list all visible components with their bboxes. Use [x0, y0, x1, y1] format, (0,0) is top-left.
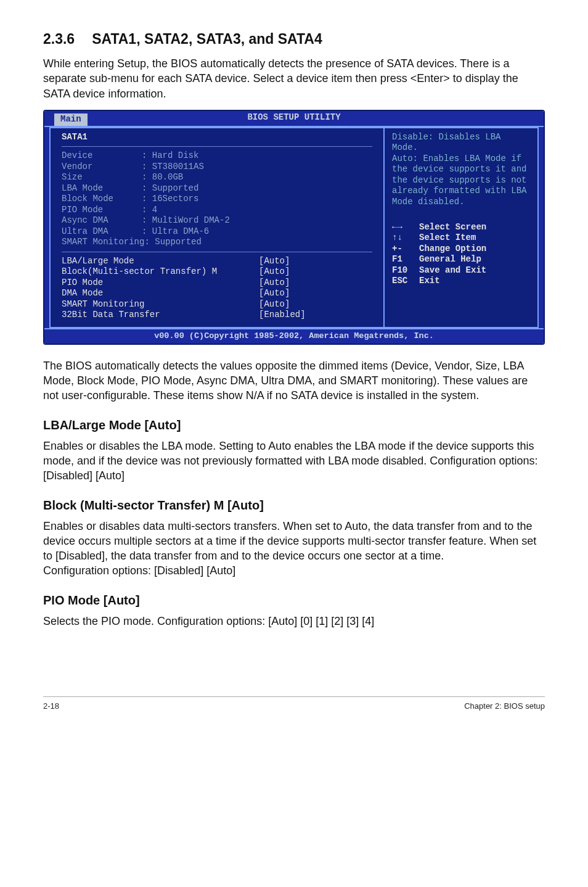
block-heading: Block (Multi-sector Transfer) M [Auto] — [43, 497, 545, 514]
bios-screenshot: Main BIOS SETUP UTILITY SATA1 Device: Ha… — [43, 110, 545, 345]
bios-nav-label: Select Item — [419, 233, 476, 242]
block-paragraph-1: Enables or disables data multi-sectors t… — [43, 519, 545, 564]
lba-paragraph: Enables or disables the LBA mode. Settin… — [43, 439, 545, 484]
bios-nav-key: ↑↓ — [392, 233, 419, 244]
bios-opt-val: [Auto] — [259, 288, 290, 298]
bios-info-val: : Hard Disk — [142, 151, 198, 160]
bios-nav-key: ←→ — [392, 222, 419, 233]
bios-info-key: LBA Mode — [62, 183, 142, 194]
bios-opt-val: [Auto] — [259, 256, 290, 266]
pio-heading: PIO Mode [Auto] — [43, 592, 545, 609]
bios-info-key: Vendor — [62, 162, 142, 173]
block-paragraph-2: Configuration options: [Disabled] [Auto] — [43, 563, 545, 578]
bios-opt-key: PIO Mode — [62, 278, 259, 289]
bios-title-text: BIOS SETUP UTILITY — [247, 112, 340, 122]
bios-nav-label: Save and Exit — [419, 265, 486, 275]
bios-nav-key: F1 — [392, 254, 419, 265]
bios-opt-val: [Enabled] — [259, 310, 306, 320]
bios-info-val: : Supported — [142, 183, 198, 193]
bios-info-key: PIO Mode — [62, 205, 142, 216]
bios-info-val: : 80.0GB — [142, 172, 183, 182]
bios-info-val: : ST380011AS — [142, 162, 204, 171]
bios-opt-key: Block(Multi-sector Transfer) M — [62, 266, 259, 278]
post-bios-paragraph: The BIOS automatically detects the value… — [43, 358, 545, 403]
lba-heading: LBA/Large Mode [Auto] — [43, 417, 545, 434]
bios-section-title: SATA1 — [62, 132, 372, 143]
intro-paragraph: While entering Setup, the BIOS automatic… — [43, 56, 545, 101]
section-heading: 2.3.6SATA1, SATA2, SATA3, and SATA4 — [43, 30, 545, 49]
bios-opt-key: SMART Monitoring — [62, 299, 259, 310]
bios-info-val: : 16Sectors — [142, 194, 198, 204]
bios-info-val: : MultiWord DMA-2 — [142, 215, 230, 225]
bios-info-val: : 4 — [142, 205, 157, 215]
bios-nav-label: Change Option — [419, 244, 486, 254]
bios-titlebar: Main BIOS SETUP UTILITY — [44, 111, 544, 126]
section-number: 2.3.6 — [43, 30, 75, 49]
bios-opt-key: 32Bit Data Transfer — [62, 310, 259, 321]
bios-info-key: Async DMA — [62, 215, 142, 226]
bios-nav-label: General Help — [419, 254, 481, 264]
bios-opt-val: [Auto] — [259, 299, 290, 309]
bios-nav-label: Exit — [419, 276, 440, 286]
bios-opt-key: DMA Mode — [62, 288, 259, 299]
bios-help-panel: Disable: Disables LBA Mode. Auto: Enable… — [385, 127, 539, 328]
bios-info-key: Device — [62, 151, 142, 162]
bios-nav-label: Select Screen — [419, 222, 486, 232]
bios-nav-key: +- — [392, 244, 419, 255]
bios-info-val: : Ultra DMA-6 — [142, 226, 209, 236]
bios-info-key: Block Mode — [62, 194, 142, 205]
bios-help-text: Disable: Disables LBA Mode. Auto: Enable… — [392, 132, 530, 212]
bios-info-line: SMART Monitoring: Supported — [62, 237, 202, 247]
bios-opt-val: [Auto] — [259, 278, 290, 287]
bios-info-key: Size — [62, 172, 142, 183]
section-title: SATA1, SATA2, SATA3, and SATA4 — [92, 31, 322, 47]
bios-nav-key: ESC — [392, 276, 419, 287]
bios-footer: v00.00 (C)Copyright 1985-2002, American … — [44, 328, 544, 344]
pio-paragraph: Selects the PIO mode. Configuration opti… — [43, 614, 545, 629]
bios-main-panel: SATA1 Device: Hard Disk Vendor: ST380011… — [49, 127, 385, 328]
bios-tab-main: Main — [54, 113, 88, 126]
bios-nav-key: F10 — [392, 265, 419, 276]
bios-opt-key: LBA/Large Mode — [62, 256, 259, 267]
page-number: 2-18 — [43, 701, 59, 712]
chapter-label: Chapter 2: BIOS setup — [464, 701, 545, 712]
bios-opt-val: [Auto] — [259, 266, 290, 276]
bios-info-key: Ultra DMA — [62, 226, 142, 237]
page-footer: 2-18 Chapter 2: BIOS setup — [43, 696, 545, 712]
